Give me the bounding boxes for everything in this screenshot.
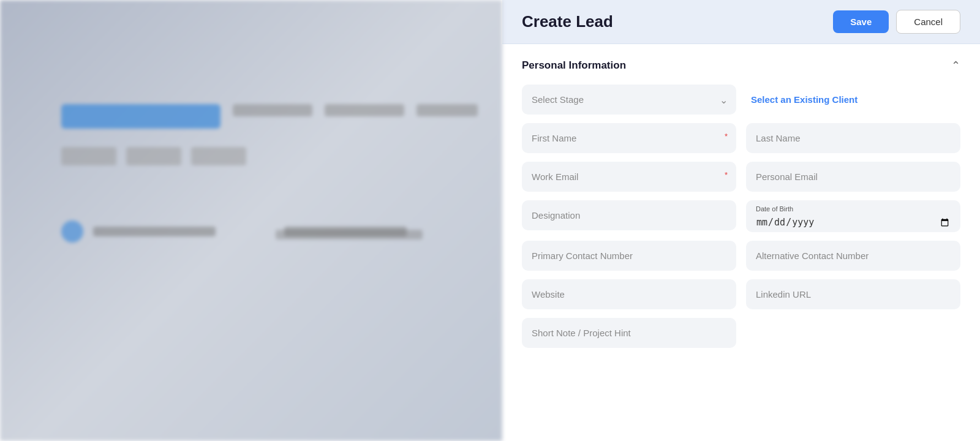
short-note-input[interactable] (522, 318, 736, 348)
short-note-row (522, 318, 960, 348)
work-email-input[interactable] (522, 162, 736, 192)
contact-row (522, 241, 960, 271)
name-row: * (522, 123, 960, 153)
create-lead-panel: Create Lead Save Cancel Personal Informa… (502, 0, 980, 441)
dob-input[interactable] (746, 200, 960, 232)
first-name-input[interactable] (522, 123, 736, 153)
form-header: Create Lead Save Cancel (502, 0, 980, 44)
dob-field: Date of Birth (746, 200, 960, 232)
linkedin-field (746, 279, 960, 309)
save-button[interactable]: Save (833, 10, 889, 33)
short-note-field (522, 318, 736, 348)
form-body: Personal Information ⌃ Select Stage New … (502, 44, 980, 441)
designation-dob-row: Date of Birth (522, 200, 960, 232)
section-title: Personal Information (522, 59, 626, 72)
personal-email-input[interactable] (746, 162, 960, 192)
last-name-field (746, 123, 960, 153)
primary-contact-input[interactable] (522, 241, 736, 271)
form-grid: Select Stage New Contacted Qualified Pro… (522, 85, 960, 348)
first-name-field: * (522, 123, 736, 153)
blurred-background (0, 0, 502, 441)
alt-contact-input[interactable] (746, 241, 960, 271)
email-row: * (522, 162, 960, 192)
last-name-input[interactable] (746, 123, 960, 153)
alt-contact-field (746, 241, 960, 271)
web-linkedin-row (522, 279, 960, 309)
stage-row: Select Stage New Contacted Qualified Pro… (522, 85, 960, 115)
select-existing-client-link[interactable]: Select an Existing Client (751, 94, 858, 105)
page-title: Create Lead (522, 12, 613, 31)
section-header: Personal Information ⌃ (522, 59, 960, 72)
primary-contact-field (522, 241, 736, 271)
website-field (522, 279, 736, 309)
select-stage-field: Select Stage New Contacted Qualified Pro… (522, 85, 736, 115)
header-actions: Save Cancel (833, 10, 960, 34)
cancel-button[interactable]: Cancel (896, 10, 960, 34)
website-input[interactable] (522, 279, 736, 309)
chevron-up-icon: ⌃ (951, 59, 960, 72)
select-stage-dropdown[interactable]: Select Stage New Contacted Qualified Pro… (522, 85, 736, 115)
designation-input[interactable] (522, 200, 736, 230)
designation-field (522, 200, 736, 232)
linkedin-input[interactable] (746, 279, 960, 309)
work-email-field: * (522, 162, 736, 192)
personal-email-field (746, 162, 960, 192)
